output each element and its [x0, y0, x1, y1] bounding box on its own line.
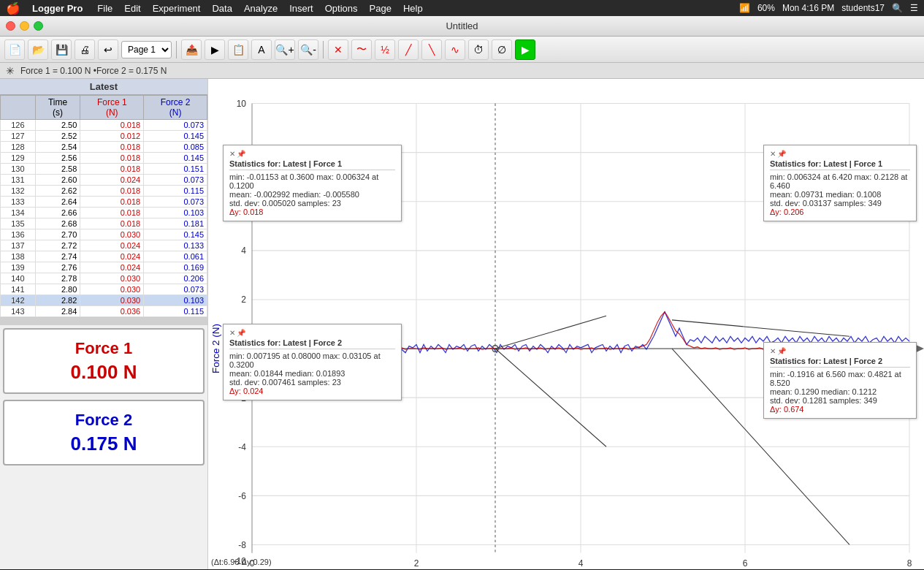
- draw-tool3[interactable]: ½: [375, 39, 395, 60]
- table-row[interactable]: 133 2.64 0.018 0.073: [1, 197, 207, 208]
- table-row[interactable]: 142 2.82 0.030 0.103: [1, 295, 207, 306]
- stats-close-3[interactable]: ✕: [770, 150, 776, 158]
- row-num: 127: [1, 131, 36, 142]
- draw-tool5[interactable]: ╲: [421, 39, 442, 60]
- new-button[interactable]: 📄: [4, 39, 25, 60]
- table-row[interactable]: 139 2.76 0.024 0.169: [1, 262, 207, 273]
- force2-cell: 0.061: [144, 251, 207, 262]
- stats-close-2[interactable]: ✕: [229, 329, 235, 337]
- row-num: 141: [1, 284, 36, 295]
- stats-close-4[interactable]: ✕: [770, 347, 776, 355]
- table-row[interactable]: 136 2.70 0.030 0.145: [1, 229, 207, 240]
- zoom-in-button[interactable]: 🔍+: [275, 39, 295, 60]
- stats-std-4: std. dev: 0.1281 samples: 349: [770, 396, 910, 405]
- window-title: Untitled: [446, 20, 478, 31]
- menu-page[interactable]: Page: [364, 0, 397, 16]
- draw-tool1[interactable]: ✕: [328, 39, 348, 60]
- draw-tool2[interactable]: 〜: [351, 39, 372, 60]
- stats-pin-3[interactable]: 📌: [777, 150, 786, 158]
- zero-button[interactable]: ∅: [492, 39, 512, 60]
- force1-box: Force 1 0.100 N: [3, 328, 205, 394]
- page-select[interactable]: Page 1: [121, 41, 172, 58]
- row-num: 136: [1, 229, 36, 240]
- table-button[interactable]: 📋: [228, 39, 248, 60]
- force2-cell: 0.169: [144, 262, 207, 273]
- force1-cell: 0.024: [80, 240, 144, 251]
- menu-file[interactable]: File: [91, 0, 118, 16]
- scroll-area[interactable]: [0, 318, 207, 325]
- table-row[interactable]: 132 2.62 0.018 0.115: [1, 186, 207, 197]
- apple-logo: 🍎: [6, 1, 20, 15]
- table-row[interactable]: 141 2.80 0.030 0.073: [1, 284, 207, 295]
- force1-cell: 0.018: [80, 186, 144, 197]
- table-row[interactable]: 127 2.52 0.012 0.145: [1, 131, 207, 142]
- print-button[interactable]: 🖨: [75, 39, 95, 60]
- svg-text:8: 8: [907, 557, 912, 569]
- run-button[interactable]: ▶: [515, 39, 535, 60]
- time-cell: 2.60: [35, 175, 80, 186]
- stats-pin-1[interactable]: 📌: [237, 150, 245, 158]
- row-num: 143: [1, 306, 36, 317]
- battery-indicator: 60%: [757, 3, 775, 13]
- force1-cell: 0.018: [80, 197, 144, 208]
- clock: Mon 4:16 PM: [782, 3, 834, 13]
- menu-analyze[interactable]: Analyze: [238, 0, 283, 16]
- font-button[interactable]: A: [251, 39, 272, 60]
- row-num: 132: [1, 186, 36, 197]
- time-cell: 2.62: [35, 186, 80, 197]
- table-row[interactable]: 137 2.72 0.024 0.133: [1, 240, 207, 251]
- stats-box-2: ✕ 📌 Statistics for: Latest | Force 2 min…: [223, 324, 402, 400]
- table-row[interactable]: 126 2.50 0.018 0.073: [1, 120, 207, 131]
- stats-min-4: min: -0.1916 at 6.560 max: 0.4821 at 8.5…: [770, 370, 910, 387]
- force2-value: 0.175 N: [70, 433, 137, 455]
- time-cell: 2.80: [35, 284, 80, 295]
- draw-tool6[interactable]: ∿: [445, 39, 465, 60]
- svg-text:4: 4: [579, 557, 584, 569]
- table-row[interactable]: 135 2.68 0.018 0.181: [1, 218, 207, 229]
- col-force1: Force 1(N): [80, 96, 144, 120]
- table-row[interactable]: 130 2.58 0.018 0.151: [1, 164, 207, 175]
- svg-text:2: 2: [414, 557, 419, 569]
- stats-pin-4[interactable]: 📌: [777, 347, 786, 355]
- search-icon[interactable]: 🔍: [892, 3, 903, 13]
- maximize-button[interactable]: [34, 21, 43, 31]
- time-cell: 2.78: [35, 273, 80, 284]
- minimize-button[interactable]: [20, 21, 29, 31]
- force2-title: Force 2: [75, 411, 132, 430]
- row-num: 133: [1, 197, 36, 208]
- table-row[interactable]: 140 2.78 0.030 0.206: [1, 273, 207, 284]
- stats-mean-3: mean: 0.09731 median: 0.1008: [770, 190, 910, 199]
- table-row[interactable]: 143 2.84 0.036 0.115: [1, 306, 207, 317]
- table-row[interactable]: 129 2.56 0.018 0.145: [1, 153, 207, 164]
- back-button[interactable]: ↩: [98, 39, 118, 60]
- menu-insert[interactable]: Insert: [283, 0, 319, 16]
- collect-button[interactable]: ▶: [205, 39, 225, 60]
- menu-icon[interactable]: ☰: [910, 3, 918, 13]
- table-row[interactable]: 138 2.74 0.024 0.061: [1, 251, 207, 262]
- table-row[interactable]: 131 2.60 0.024 0.073: [1, 175, 207, 186]
- menu-experiment[interactable]: Experiment: [147, 0, 207, 16]
- menu-help[interactable]: Help: [397, 0, 429, 16]
- chart-area[interactable]: 10 8 6 4 2 0 -2 -4 -6 -8 -10 0 2 4 6 8 T…: [208, 79, 924, 569]
- stats-pin-2[interactable]: 📌: [237, 329, 245, 337]
- export-button[interactable]: 📤: [181, 39, 202, 60]
- menu-edit[interactable]: Edit: [118, 0, 146, 16]
- separator: [176, 41, 177, 58]
- data-table-container: Latest Time(s) Force 1(N) Force 2(N) 126…: [0, 79, 207, 318]
- col-rownum: [1, 96, 36, 120]
- stats-close-1[interactable]: ✕: [229, 150, 235, 158]
- save-button[interactable]: 💾: [51, 39, 72, 60]
- stats-min-1: min: -0.01153 at 0.3600 max: 0.006324 at…: [229, 172, 395, 190]
- force2-cell: 0.115: [144, 306, 207, 317]
- table-row[interactable]: 134 2.66 0.018 0.103: [1, 208, 207, 218]
- toolbar: 📄 📂 💾 🖨 ↩ Page 1 📤 ▶ 📋 A 🔍+ 🔍- ✕ 〜 ½ ╱ ╲…: [0, 37, 924, 63]
- zoom-out-button[interactable]: 🔍-: [298, 39, 318, 60]
- close-button[interactable]: [6, 21, 15, 31]
- menu-options[interactable]: Options: [319, 0, 364, 16]
- menu-data[interactable]: Data: [206, 0, 237, 16]
- clock-tool[interactable]: ⏱: [468, 39, 489, 60]
- app-name[interactable]: Logger Pro: [26, 0, 88, 16]
- table-row[interactable]: 128 2.54 0.018 0.085: [1, 142, 207, 153]
- open-button[interactable]: 📂: [28, 39, 48, 60]
- draw-tool4[interactable]: ╱: [398, 39, 419, 60]
